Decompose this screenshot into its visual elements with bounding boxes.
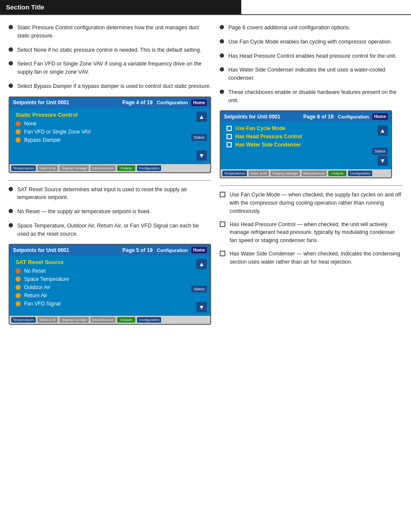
left-top-bullets: Static Pressure Control configuration de… xyxy=(9,24,211,90)
screen-page5: Setpoints for Unit 0001 Page 5 of 19 Con… xyxy=(9,244,211,325)
radio-button xyxy=(16,285,21,290)
screen-p4-status-btn[interactable]: Status xyxy=(191,134,207,141)
radio-button xyxy=(16,268,21,274)
screen-p5-home-icon[interactable]: Home xyxy=(191,247,207,253)
footer-btn[interactable]: Static & Air xyxy=(37,317,58,323)
screen-option[interactable]: Use Fan Cycle Mode xyxy=(227,125,385,131)
option-label: None xyxy=(24,121,37,127)
screen-p5-options: No Reset Space Temperature Outdoor Air R… xyxy=(16,268,204,307)
screen-option[interactable]: Fan VFD Signal xyxy=(16,301,204,307)
screen-p6-header: Setpoints for Unit 0001 Page 6 of 19 Con… xyxy=(221,111,391,122)
footer-btn[interactable]: Temperatures xyxy=(222,171,247,176)
bullet-dot xyxy=(9,84,13,88)
header-title: Section Title xyxy=(0,0,241,14)
screen-p5-status-btn[interactable]: Status xyxy=(191,286,207,292)
screen-p4-footer: TemperaturesStatic & AirStaging DamageMi… xyxy=(9,164,210,172)
bullet-dot xyxy=(9,61,13,65)
screen-p5-page-info: Page 5 of 19 xyxy=(122,247,153,253)
footer-btn[interactable]: Outputs xyxy=(328,171,346,176)
footer-btn[interactable]: Temperatures xyxy=(11,317,36,323)
option-label: Bypass Damper xyxy=(24,137,61,143)
bullet-dot xyxy=(220,25,224,29)
footer-btn[interactable]: Miscellaneous xyxy=(90,317,116,323)
bullet-dot xyxy=(9,25,13,29)
bullet-item: Space Temperature, Outdoor Air, Return A… xyxy=(9,222,211,238)
option-label: Has Water Side Condenser xyxy=(235,142,301,148)
screen-p5-config-label: Configuration xyxy=(157,248,188,253)
screen-p5-header: Setpoints for Unit 0001 Page 5 of 19 Con… xyxy=(9,245,210,255)
footer-btn[interactable]: Staging Damage xyxy=(59,317,89,323)
right-column: Page 6 covers additional unit configurat… xyxy=(220,24,402,332)
footer-btn[interactable]: Outputs xyxy=(117,317,135,323)
bullet-text: Select Bypass Damper if a bypass damper … xyxy=(17,82,211,90)
radio-button xyxy=(16,277,21,282)
footer-btn[interactable]: Configuration xyxy=(348,171,372,176)
footer-btn[interactable]: Miscellaneous xyxy=(302,171,327,176)
bullet-item: Use Fan Cycle Mode enables fan cycling w… xyxy=(220,38,402,46)
screen-p4-title: Setpoints for Unit 0001 xyxy=(13,100,122,106)
footer-btn[interactable]: Static & Air xyxy=(37,165,58,171)
footer-btn[interactable]: Staging Damage xyxy=(59,165,89,171)
left-column: Static Pressure Control configuration de… xyxy=(9,24,211,332)
page-divider-top xyxy=(0,14,411,15)
section-divider-mid-left xyxy=(9,180,211,180)
bullet-dot xyxy=(9,223,13,227)
section-divider-right xyxy=(220,185,402,186)
screen-option[interactable]: Return Air xyxy=(16,292,204,299)
screen-p6-title: Setpoints for Unit 0001 xyxy=(224,114,303,120)
checkbox-text: Has Water Side Condenser — when checked,… xyxy=(230,250,402,266)
screen-p6-status-btn[interactable]: Status xyxy=(372,148,388,155)
checkbox-text: Use Fan Cycle Mode — when checked, the s… xyxy=(230,191,402,215)
screen-page4: Setpoints for Unit 0001 Page 4 of 19 Con… xyxy=(9,96,211,173)
screen-option[interactable]: Space Temperature xyxy=(16,276,204,282)
screen-option[interactable]: Fan VFD or Single Zone VAV xyxy=(16,129,204,135)
bullet-text: Static Pressure Control configuration de… xyxy=(17,24,211,40)
screen-p6-home-icon[interactable]: Home xyxy=(372,113,388,120)
screen-p5-nav-down[interactable]: ▼ xyxy=(196,302,207,312)
screen-option[interactable]: Has Head Pressure Control xyxy=(227,134,385,140)
screen-page6: Setpoints for Unit 0001 Page 6 of 19 Con… xyxy=(220,110,392,178)
bullet-item: No Reset — the supply air temperature se… xyxy=(9,208,211,216)
footer-btn[interactable]: Temperatures xyxy=(11,165,36,171)
checkbox[interactable] xyxy=(220,221,225,227)
screen-option[interactable]: None xyxy=(16,121,204,127)
screen-checkbox xyxy=(227,134,232,139)
screen-option[interactable]: Bypass Damper xyxy=(16,137,204,143)
bullet-item: Static Pressure Control configuration de… xyxy=(9,24,211,40)
bullet-text: Space Temperature, Outdoor Air, Return A… xyxy=(17,222,211,238)
bullet-item: Select Fan VFD or Single Zone VAV if usi… xyxy=(9,60,211,76)
footer-btn[interactable]: Staging Damage xyxy=(271,171,300,176)
screen-option[interactable]: Outdoor Air xyxy=(16,284,204,290)
screen-p4-config-label: Configuration xyxy=(157,100,188,105)
checkbox-item: Has Head Pressure Control — when checked… xyxy=(220,221,402,245)
footer-btn[interactable]: Miscellaneous xyxy=(90,165,116,171)
screen-p6-nav-up[interactable]: ▲ xyxy=(377,125,388,136)
checkbox[interactable] xyxy=(220,251,225,256)
checkbox[interactable] xyxy=(220,192,225,197)
footer-btn[interactable]: Configuration xyxy=(137,317,161,323)
footer-btn[interactable]: Outputs xyxy=(117,165,135,171)
screen-option[interactable]: Has Water Side Condenser xyxy=(227,142,385,148)
screen-p4-home-icon[interactable]: Home xyxy=(191,100,207,106)
screen-p5-body: SAT Reset Source No Reset Space Temperat… xyxy=(9,255,210,316)
radio-button xyxy=(16,293,21,298)
screen-p5-footer: TemperaturesStatic & AirStaging DamageMi… xyxy=(9,316,210,324)
screen-p4-nav-down[interactable]: ▼ xyxy=(196,150,207,161)
screen-p6-options: Use Fan Cycle Mode Has Head Pressure Con… xyxy=(227,125,385,148)
screen-p6-nav-down[interactable]: ▼ xyxy=(377,156,388,166)
footer-btn[interactable]: Configuration xyxy=(137,165,161,171)
bullet-item: Page 6 covers additional unit configurat… xyxy=(220,24,402,32)
bullet-item: These checkboxes enable or disable hardw… xyxy=(220,88,402,105)
screen-option[interactable]: No Reset xyxy=(16,268,204,274)
bullet-text: No Reset — the supply air temperature se… xyxy=(17,208,151,216)
bullet-text: Use Fan Cycle Mode enables fan cycling w… xyxy=(228,38,392,46)
bullet-dot xyxy=(9,47,13,52)
left-mid-bullets: SAT Reset Source determines what input i… xyxy=(9,186,211,238)
bullet-item: Has Water Side Condenser indicates the u… xyxy=(220,66,402,82)
screen-p5-nav-up[interactable]: ▲ xyxy=(196,259,207,269)
screen-p6-page-info: Page 6 of 19 xyxy=(303,114,333,120)
option-label: Has Head Pressure Control xyxy=(235,134,302,140)
bullet-dot xyxy=(9,187,13,191)
screen-p4-nav-up[interactable]: ▲ xyxy=(196,112,207,122)
footer-btn[interactable]: Static & Air xyxy=(249,171,269,176)
